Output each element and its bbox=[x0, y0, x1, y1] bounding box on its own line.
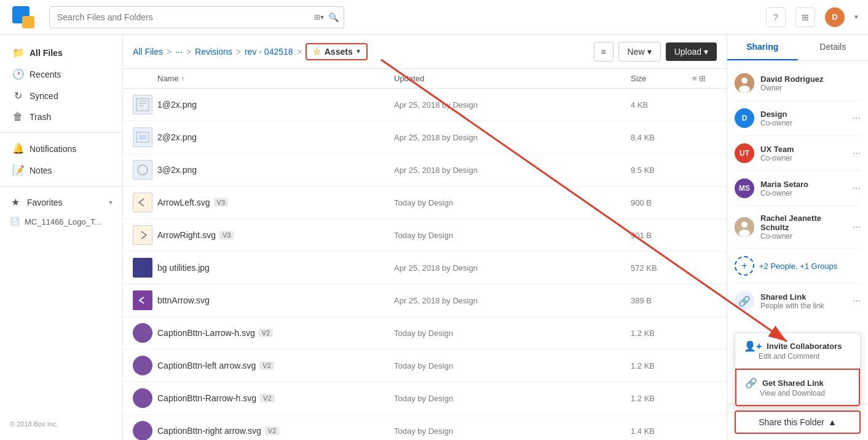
sidebar-divider bbox=[0, 132, 122, 133]
share-dropdown: 👤+ Invite Collaborators Edit and Comment… bbox=[735, 332, 861, 407]
avatar-caret[interactable]: ▾ bbox=[854, 13, 858, 21]
main-layout: 📁 All Files 🕐 Recents ↻ Synced 🗑 Trash 🔔… bbox=[0, 34, 868, 440]
invite-collaborators-item[interactable]: 👤+ Invite Collaborators Edit and Comment bbox=[735, 333, 860, 369]
file-row[interactable]: CaptionBttn-left arrow.svg V2 Today by D… bbox=[123, 350, 727, 382]
col-name-header[interactable]: Name ↑ bbox=[157, 74, 394, 83]
sidebar-item-all-files[interactable]: 📁 All Files bbox=[2, 42, 120, 63]
chevron-down-icon: ▾ bbox=[109, 198, 112, 207]
collab-info: Design Co-owner bbox=[760, 110, 846, 127]
file-name: 3@2x.png bbox=[157, 165, 394, 175]
breadcrumb-current-folder[interactable]: ☆ Assets ▾ bbox=[306, 43, 368, 60]
file-size: 4 KB bbox=[631, 100, 692, 110]
sidebar-item-synced[interactable]: ↻ Synced bbox=[2, 85, 120, 106]
collab-info: Maria Setaro Co-owner bbox=[760, 180, 846, 198]
share-folder-button[interactable]: Share this Folder ▲ bbox=[735, 410, 861, 434]
get-link-title: 🔗 Get Shared Link bbox=[745, 377, 850, 389]
sidebar-item-recents[interactable]: 🕐 Recents bbox=[2, 63, 120, 85]
collab-menu-btn[interactable]: ··· bbox=[853, 113, 861, 124]
sidebar-recent-file[interactable]: 📄 MC_11466_Logo_T... bbox=[0, 213, 122, 230]
star-icon: ★ bbox=[10, 196, 21, 208]
file-size: 1.2 KB bbox=[631, 361, 692, 370]
version-badge: V2 bbox=[259, 361, 274, 370]
tab-sharing[interactable]: Sharing bbox=[727, 34, 798, 60]
svg-point-15 bbox=[739, 230, 750, 237]
sidebar-label-favorites: Favorites bbox=[27, 198, 63, 207]
sidebar-label-synced: Synced bbox=[30, 91, 58, 101]
copyright: © 2018 Box Inc. bbox=[0, 415, 122, 433]
collab-menu-btn[interactable]: ··· bbox=[853, 222, 861, 233]
breadcrumb-rev[interactable]: rev - 042518 bbox=[245, 47, 293, 57]
svg-point-11 bbox=[741, 78, 748, 84]
file-row[interactable]: 3@2x.png Apr 25, 2018 by Design 9.5 KB bbox=[123, 154, 727, 186]
col-updated-header[interactable]: Updated bbox=[394, 74, 631, 83]
breadcrumb-revisions[interactable]: Revisions bbox=[195, 47, 232, 57]
sidebar-label-trash: Trash bbox=[30, 112, 51, 122]
shared-link-menu-btn[interactable]: ··· bbox=[853, 295, 861, 306]
svg-point-12 bbox=[739, 86, 750, 93]
collab-menu-btn[interactable]: ··· bbox=[853, 148, 861, 159]
version-badge: V2 bbox=[265, 426, 279, 435]
collab-info: UX Team Co-owner bbox=[760, 145, 846, 162]
file-row[interactable]: ArrowRight.svg V3 Today by Design 901 B bbox=[123, 219, 727, 252]
upload-button[interactable]: Upload ▾ bbox=[666, 42, 717, 61]
file-row[interactable]: ArrowLeft.svg V3 Today by Design 900 B bbox=[123, 186, 727, 219]
share-folder-caret-icon: ▲ bbox=[828, 417, 837, 427]
collab-info: Rachel Jeanette Schultz Co-owner bbox=[760, 214, 846, 241]
collab-name: UX Team bbox=[760, 145, 846, 154]
collab-role: Co-owner bbox=[760, 232, 846, 241]
file-row[interactable]: 1@2x.png Apr 25, 2018 by Design 4 KB bbox=[123, 89, 727, 121]
file-row[interactable]: bg utilities.jpg Apr 25, 2018 by Design … bbox=[123, 252, 727, 284]
notes-icon: 📝 bbox=[12, 164, 23, 176]
file-size: 900 B bbox=[631, 198, 692, 207]
logo[interactable] bbox=[10, 4, 37, 31]
file-updated: Today by Design bbox=[394, 361, 631, 370]
file-name: CaptionBttn-right arrow.svg V2 bbox=[157, 426, 394, 436]
filter-icon[interactable]: ⊞▾ bbox=[314, 13, 324, 22]
collab-item: D Design Co-owner ··· bbox=[727, 103, 868, 133]
sidebar-item-favorites[interactable]: ★ Favorites ▾ bbox=[0, 191, 122, 213]
breadcrumb-sep-4: > bbox=[297, 47, 302, 57]
breadcrumb-dots[interactable]: ··· bbox=[175, 47, 183, 57]
file-size: 8.4 KB bbox=[631, 133, 692, 142]
file-row[interactable]: bttnArrow.svg Apr 25, 2018 by Design 389… bbox=[123, 284, 727, 317]
collab-avatar: MS bbox=[735, 178, 754, 198]
collab-menu-btn[interactable]: ··· bbox=[853, 183, 861, 194]
breadcrumb-all-files[interactable]: All Files bbox=[133, 47, 163, 57]
recents-icon: 🕐 bbox=[12, 68, 23, 80]
collab-info: David Rodriguez Owner bbox=[760, 74, 861, 92]
file-row[interactable]: CaptionBttn-Rarrow-h.svg V2 Today by Des… bbox=[123, 382, 727, 415]
file-row[interactable]: CaptionBttn-right arrow.svg V2 Today by … bbox=[123, 415, 727, 440]
panel-tabs: Sharing Details bbox=[727, 34, 868, 61]
collab-divider bbox=[735, 170, 861, 171]
file-updated: Today by Design bbox=[394, 329, 631, 338]
more-people-label: +2 People, +1 Groups bbox=[759, 262, 837, 271]
shared-link-subtitle: People with the link bbox=[760, 302, 824, 310]
grid-view-icon[interactable]: ⊞ bbox=[795, 7, 815, 27]
user-avatar[interactable]: D bbox=[825, 7, 845, 27]
link-icon-2: 🔗 bbox=[745, 377, 757, 389]
tab-details[interactable]: Details bbox=[798, 34, 869, 60]
file-row[interactable]: CaptionBttn-Larrow-h.svg V2 Today by Des… bbox=[123, 317, 727, 350]
new-button[interactable]: New ▾ bbox=[618, 42, 661, 62]
shared-link-title: Shared Link bbox=[760, 292, 824, 302]
sidebar-item-trash[interactable]: 🗑 Trash bbox=[2, 106, 120, 127]
sidebar-item-notifications[interactable]: 🔔 Notifications bbox=[2, 138, 120, 159]
collab-divider bbox=[735, 100, 861, 101]
col-size-header[interactable]: Size bbox=[631, 74, 692, 83]
sidebar-file-label: MC_11466_Logo_T... bbox=[25, 217, 101, 226]
list-options[interactable]: ≡ ⊞ bbox=[692, 74, 717, 83]
new-caret-icon: ▾ bbox=[647, 47, 652, 57]
collab-avatar bbox=[735, 217, 754, 237]
svg-point-14 bbox=[741, 222, 748, 228]
sidebar-label-all-files: All Files bbox=[30, 48, 63, 58]
collab-avatar bbox=[735, 73, 754, 93]
view-toggle-btn[interactable]: ≡ bbox=[594, 42, 614, 62]
help-icon[interactable]: ? bbox=[766, 7, 786, 27]
get-shared-link-item[interactable]: 🔗 Get Shared Link View and Download bbox=[735, 369, 860, 406]
search-icon[interactable]: 🔍 bbox=[328, 12, 339, 22]
more-people-link[interactable]: + +2 People, +1 Groups bbox=[727, 251, 868, 281]
search-input[interactable] bbox=[50, 12, 344, 22]
collab-divider bbox=[735, 283, 861, 284]
sidebar-item-notes[interactable]: 📝 Notes bbox=[2, 159, 120, 181]
file-row[interactable]: 2@2x.png Apr 25, 2018 by Design 8.4 KB bbox=[123, 121, 727, 154]
